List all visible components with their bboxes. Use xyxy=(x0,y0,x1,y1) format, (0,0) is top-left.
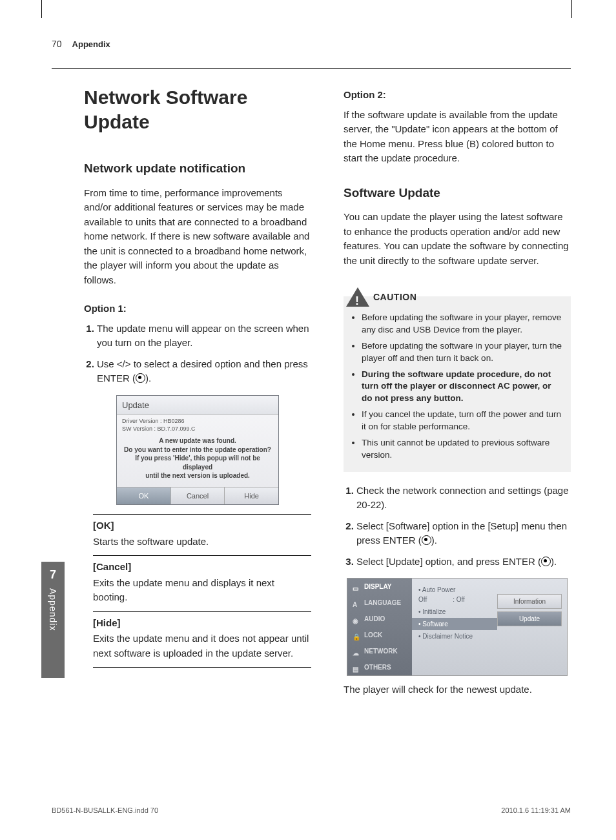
caution-item-3: During the software update procedure, do… xyxy=(362,369,563,405)
side-tab: 7 Appendix xyxy=(41,562,65,678)
caution-item-5: This unit cannot be updated to previous … xyxy=(362,437,563,462)
page-title: Network Software Update xyxy=(84,85,311,134)
setup-sidebar-lock[interactable]: 🔒LOCK xyxy=(347,627,412,643)
dialog-cancel-button[interactable]: Cancel xyxy=(171,487,225,505)
dialog-line1: A new update was found. xyxy=(121,436,274,446)
subhead-software-update: Software Update xyxy=(344,184,571,203)
def-hide-desc: Exits the update menu and it does not ap… xyxy=(93,631,311,661)
caution-item-1: Before updating the software in your pla… xyxy=(362,312,563,336)
def-ok-label: [OK] xyxy=(93,518,311,533)
footer-timestamp: 2010.1.6 11:19:31 AM xyxy=(501,806,571,814)
option1-heading: Option 1: xyxy=(84,302,311,316)
enter-icon xyxy=(541,557,551,566)
intro-paragraph: From time to time, performance improveme… xyxy=(84,186,311,288)
def-hide-label: [Hide] xyxy=(93,616,311,631)
caution-icon xyxy=(346,287,369,307)
page-number-top: 70 xyxy=(52,39,62,49)
su-step-3: Select [Update] option, and press ENTER … xyxy=(356,555,571,569)
after-ui-text: The player will check for the newest upd… xyxy=(344,682,571,697)
dialog-line3: If you press 'Hide', this popup will not… xyxy=(121,454,274,471)
section-name-top: Appendix xyxy=(72,39,110,49)
caution-item-2: Before updating the software in your pla… xyxy=(362,340,563,365)
enter-icon xyxy=(136,373,145,383)
su-step-1: Check the network connection and setting… xyxy=(356,484,571,513)
setup-sidebar-audio[interactable]: ◉AUDIO xyxy=(347,611,412,627)
caution-box: CAUTION Before updating the software in … xyxy=(344,296,571,472)
caution-item-4: If you cancel the update, turn off the p… xyxy=(362,409,563,433)
setup-sidebar-display[interactable]: ▭DISPLAY xyxy=(347,579,412,595)
footer-filename: BD561-N-BUSALLK-ENG.indd 70 xyxy=(52,806,158,814)
setup-sidebar-others[interactable]: ▤OTHERS xyxy=(347,659,412,675)
sw-version: SW Version : BD.7.07.099.C xyxy=(122,425,273,433)
subhead-notification: Network update notification xyxy=(84,159,311,178)
caution-title: CAUTION xyxy=(373,291,416,304)
setup-sidebar-network[interactable]: ☁NETWORK xyxy=(347,643,412,659)
software-update-paragraph: You can update the player using the late… xyxy=(344,210,571,268)
setup-item-disclaimer[interactable]: • Disclaimer Notice xyxy=(418,630,491,642)
def-ok-desc: Starts the software update. xyxy=(93,535,311,549)
side-tab-number: 7 xyxy=(50,568,56,582)
su-step-2: Select [Software] option in the [Setup] … xyxy=(356,519,571,548)
setup-right-information[interactable]: Information xyxy=(497,594,562,609)
setup-item-autopower[interactable]: • Auto Power Off: Off xyxy=(418,584,491,606)
setup-screenshot: ▭DISPLAY ALANGUAGE ◉AUDIO 🔒LOCK ☁NETWORK… xyxy=(347,578,568,676)
def-cancel-desc: Exits the update menu and displays it ne… xyxy=(93,576,311,605)
dialog-line4: until the next version is uploaded. xyxy=(121,471,274,480)
enter-icon xyxy=(422,535,431,545)
dialog-ok-button[interactable]: OK xyxy=(117,487,171,505)
option2-paragraph: If the software update is available from… xyxy=(344,108,571,166)
setup-right-update[interactable]: Update xyxy=(497,611,562,626)
dialog-hide-button[interactable]: Hide xyxy=(225,487,278,505)
dialog-line2: Do you want to enter into the update ope… xyxy=(121,446,274,455)
driver-version: Driver Version : HB0286 xyxy=(122,418,273,425)
option1-step-2: Use </> to select a desired option and t… xyxy=(97,357,311,386)
dialog-title: Update xyxy=(117,396,278,416)
update-dialog: Update Driver Version : HB0286 SW Versio… xyxy=(116,395,279,506)
setup-sidebar-language[interactable]: ALANGUAGE xyxy=(347,595,412,611)
def-cancel-label: [Cancel] xyxy=(93,560,311,575)
option1-step-1: The update menu will appear on the scree… xyxy=(97,322,311,351)
option2-heading: Option 2: xyxy=(344,88,571,103)
setup-item-software[interactable]: • Software xyxy=(412,618,497,630)
setup-item-initialize[interactable]: • Initialize xyxy=(418,606,491,618)
side-tab-label: Appendix xyxy=(48,588,58,631)
